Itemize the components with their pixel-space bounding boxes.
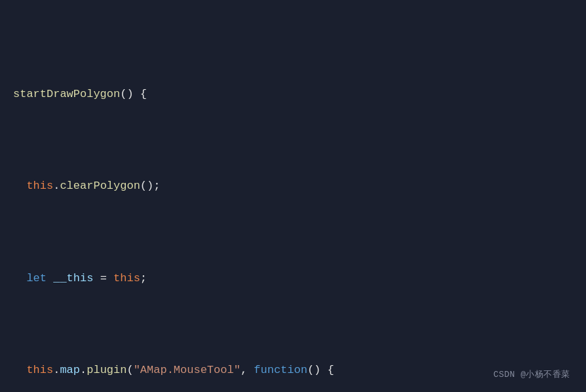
code-line-1: startDrawPolygon() { — [13, 85, 573, 104]
code-content: startDrawPolygon() { this.clearPolygon()… — [13, 12, 573, 392]
code-line-3: let __this = this; — [13, 269, 573, 288]
code-line-2: this.clearPolygon(); — [13, 177, 573, 195]
code-line-4: this.map.plugin("AMap.MouseTool", functi… — [13, 361, 573, 380]
code-editor: startDrawPolygon() { this.clearPolygon()… — [0, 0, 586, 392]
watermark: CSDN @小杨不香菜 — [494, 368, 570, 380]
